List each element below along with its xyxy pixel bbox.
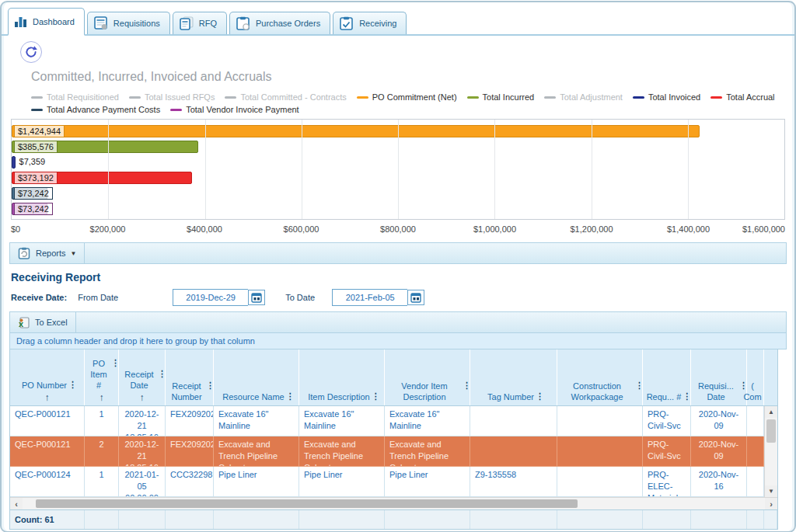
scroll-down-button[interactable]: ▼ bbox=[765, 485, 777, 497]
column-menu-icon[interactable]: ⋮ bbox=[158, 368, 166, 379]
bar-value-label: $73,242 bbox=[14, 187, 53, 200]
column-header-text: Resource Name⋮ bbox=[221, 391, 291, 402]
table-cell bbox=[747, 406, 764, 436]
table-row[interactable]: QEC-P00012122020-12-21 18:25:16FEX209202… bbox=[10, 436, 764, 467]
table-cell: 1 bbox=[85, 406, 119, 436]
table-cell: FEX209202 bbox=[166, 436, 214, 466]
legend-item[interactable]: Total Invoiced bbox=[633, 91, 700, 103]
legend-item[interactable]: Total Issued RFQs bbox=[129, 91, 215, 103]
legend-label: Total Advance Payment Costs bbox=[47, 103, 160, 116]
scroll-up-button[interactable]: ▲ bbox=[765, 406, 777, 418]
chart-gridline bbox=[592, 120, 592, 219]
legend-item[interactable]: Total Accrual bbox=[710, 91, 774, 103]
column-label: Construction Workpackage bbox=[571, 381, 623, 402]
legend-label: PO Commitment (Net) bbox=[372, 91, 457, 103]
legend-item[interactable]: PO Commitment (Net) bbox=[357, 91, 457, 103]
table-cell: QEC-P000121 bbox=[10, 436, 85, 466]
column-header[interactable]: Receipt Number⋮ bbox=[166, 349, 214, 405]
legend-swatch bbox=[31, 109, 43, 111]
x-axis-tick: $1,000,000 bbox=[473, 224, 516, 234]
to-excel-button[interactable]: x To Excel bbox=[10, 312, 76, 332]
group-by-drop-zone[interactable]: Drag a column header and drop it here to… bbox=[9, 333, 787, 349]
column-header[interactable]: PO Item #⋮↑ bbox=[85, 349, 119, 405]
chart-plot-area: $1,424,944$385,576$7,359$373,192$73,242$… bbox=[11, 119, 785, 220]
reports-clipboard-icon bbox=[18, 247, 31, 259]
tab-label: RFQ bbox=[199, 19, 217, 28]
table-cell: Pipe Liner bbox=[214, 467, 299, 496]
chart-bar bbox=[12, 156, 16, 169]
tab-rfq[interactable]: RFQ bbox=[173, 12, 227, 34]
chart-gridline bbox=[494, 120, 495, 219]
column-header[interactable]: Item Description⋮ bbox=[299, 349, 385, 405]
refresh-chart-button[interactable] bbox=[20, 41, 42, 63]
column-menu-icon[interactable]: ⋮ bbox=[111, 357, 120, 368]
table-row[interactable]: QEC-P00012112020-12-21 18:25:16FEX209202… bbox=[10, 406, 764, 436]
column-header[interactable]: Resource Name⋮ bbox=[214, 349, 299, 405]
grid-body: QEC-P00012112020-12-21 18:25:16FEX209202… bbox=[10, 406, 777, 497]
table-cell: Excavate 16" Mainline bbox=[299, 406, 385, 436]
legend-item[interactable]: Total Adjustment bbox=[544, 91, 623, 103]
column-header[interactable]: Tag Number⋮ bbox=[470, 349, 557, 405]
legend-swatch bbox=[544, 96, 556, 99]
legend-item[interactable]: Total Incurred bbox=[467, 91, 535, 103]
table-cell: Pipe Liner bbox=[385, 467, 470, 496]
to-date-calendar-button[interactable] bbox=[407, 290, 424, 305]
column-menu-icon[interactable]: ⋮ bbox=[463, 380, 471, 391]
column-menu-icon[interactable]: ⋮ bbox=[372, 391, 380, 402]
column-menu-icon[interactable]: ⋮ bbox=[286, 391, 295, 402]
table-row[interactable]: QEC-P00012412021-01-05 00:00:00CCC32298P… bbox=[10, 467, 764, 497]
footer-cell bbox=[299, 510, 385, 529]
column-menu-icon[interactable]: ⋮ bbox=[536, 391, 544, 402]
tab-label: Purchase Orders bbox=[256, 19, 320, 28]
tab-requisitions[interactable]: Requisitions bbox=[87, 12, 170, 34]
horizontal-scrollbar[interactable]: ‹ › bbox=[10, 497, 777, 509]
scroll-right-button[interactable]: › bbox=[765, 498, 777, 509]
table-cell: QEC-P000121 bbox=[10, 406, 85, 436]
x-axis-tick: $1,400,000 bbox=[667, 224, 710, 234]
column-header[interactable]: Construction Workpackage⋮ bbox=[557, 349, 643, 405]
table-cell: Z9-135558 bbox=[470, 467, 557, 496]
column-header[interactable]: Receipt Date⋮↑ bbox=[119, 349, 166, 405]
column-menu-icon[interactable]: ⋮ bbox=[683, 391, 691, 402]
from-date-calendar-button[interactable] bbox=[248, 290, 265, 305]
to-date-input[interactable] bbox=[332, 289, 407, 306]
vertical-scrollbar[interactable]: ▲ ▼ bbox=[764, 406, 777, 497]
column-header[interactable]: PO Number⋮↑ bbox=[10, 349, 85, 405]
calendar-icon bbox=[410, 292, 421, 303]
tab-receiving[interactable]: Receiving bbox=[333, 12, 407, 34]
column-header[interactable]: Requ... #⋮ bbox=[643, 349, 691, 405]
footer-cell bbox=[385, 510, 470, 529]
receiving-grid: PO Number⋮↑PO Item #⋮↑Receipt Date⋮↑Rece… bbox=[9, 349, 778, 530]
page-content: Committed, Incurred, Invoiced and Accrua… bbox=[2, 41, 794, 532]
column-header[interactable]: ( Com bbox=[747, 349, 764, 405]
from-date-input[interactable] bbox=[173, 289, 248, 306]
footer-cell bbox=[214, 510, 299, 529]
legend-item[interactable]: Total Committed - Contracts bbox=[225, 91, 346, 103]
scroll-left-button[interactable]: ‹ bbox=[10, 498, 23, 509]
legend-item[interactable]: Total Vendor Invoice Payment bbox=[170, 103, 299, 116]
column-header[interactable]: Requisi... Date⋮ bbox=[691, 349, 747, 405]
horizontal-scroll-thumb[interactable] bbox=[36, 499, 578, 508]
vertical-scroll-thumb[interactable] bbox=[766, 419, 776, 443]
column-label: PO Number bbox=[22, 381, 67, 390]
horizontal-scroll-track[interactable] bbox=[23, 498, 765, 509]
column-menu-icon[interactable]: ⋮ bbox=[206, 380, 215, 391]
table-cell: PRQ-Civil-Svc bbox=[643, 436, 691, 466]
legend-item[interactable]: Total Requisitioned bbox=[31, 91, 119, 103]
legend-item[interactable]: Total Advance Payment Costs bbox=[31, 103, 160, 116]
column-menu-icon[interactable]: ⋮ bbox=[68, 379, 77, 390]
tab-dashboard[interactable]: Dashboard bbox=[8, 8, 85, 36]
vertical-scroll-track[interactable] bbox=[765, 418, 777, 485]
bar-value-label: $1,424,944 bbox=[14, 125, 65, 137]
tab-bar: Dashboard Requisitions RFQ Purchase Orde… bbox=[2, 2, 794, 36]
table-cell: 2020-Nov-09 bbox=[691, 406, 747, 436]
column-label: PO Item # bbox=[90, 359, 106, 390]
column-menu-icon[interactable]: ⋮ bbox=[635, 380, 644, 391]
column-header[interactable]: Vendor Item Description⋮ bbox=[385, 349, 470, 405]
reports-button[interactable]: Reports ▼ bbox=[10, 243, 85, 263]
rfq-docs-icon bbox=[179, 16, 194, 30]
bar-value-label: $385,576 bbox=[14, 141, 58, 153]
tab-purchase-orders[interactable]: Purchase Orders bbox=[229, 12, 330, 34]
table-cell bbox=[557, 406, 643, 436]
table-cell bbox=[470, 406, 557, 436]
